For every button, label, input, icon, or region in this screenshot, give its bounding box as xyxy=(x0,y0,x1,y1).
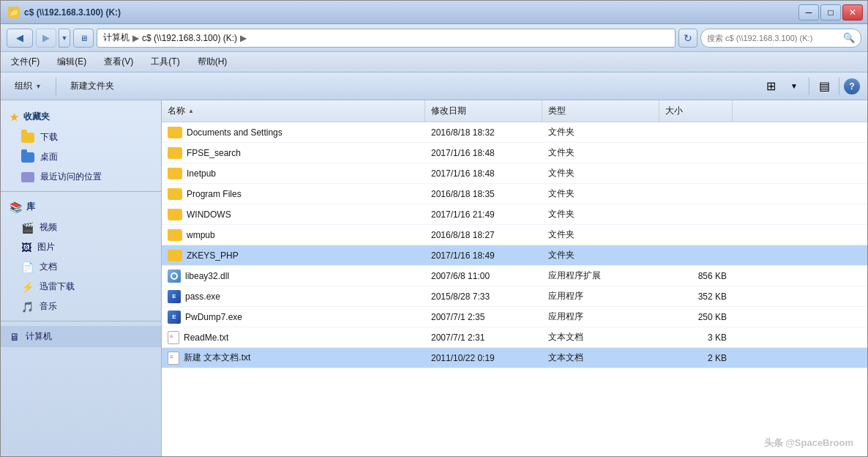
computer-label: 计算机 xyxy=(26,330,52,343)
preview-pane-button[interactable]: ▤ xyxy=(814,77,834,96)
file-name-cell: wmpub xyxy=(162,229,425,241)
path-sep-2: ▶ xyxy=(240,33,247,43)
videos-label: 视频 xyxy=(40,221,57,234)
sidebar-divider-2 xyxy=(1,321,161,322)
view-options-button[interactable]: ⊞ xyxy=(760,77,781,96)
sidebar-item-computer[interactable]: 🖥 计算机 xyxy=(1,326,161,347)
file-name-cell: ReadMe.txt xyxy=(162,331,425,344)
address-path[interactable]: 计算机 ▶ c$ (\\192.168.3.100) (K:) ▶ xyxy=(97,29,676,48)
recent-label: 最近访问的位置 xyxy=(40,171,102,183)
file-size-cell: 3 KB xyxy=(659,332,733,343)
sidebar: ★ 收藏夹 下载 桌面 最近访问的位置 📚 xyxy=(1,100,162,456)
new-folder-button[interactable]: 新建文件夹 xyxy=(64,76,121,96)
file-type-cell: 文件夹 xyxy=(542,167,659,179)
file-date-cell: 2007/7/1 2:35 xyxy=(425,312,542,322)
sidebar-item-desktop[interactable]: 桌面 xyxy=(1,147,161,167)
minimize-button[interactable]: ─ xyxy=(798,4,819,21)
col-name-label: 名称 xyxy=(168,105,185,117)
sidebar-item-pictures[interactable]: 🖼 图片 xyxy=(1,237,161,257)
col-header-date[interactable]: 修改日期 xyxy=(425,100,542,122)
music-icon: 🎵 xyxy=(21,301,34,313)
documents-icon: 📄 xyxy=(21,261,34,273)
sidebar-item-recent[interactable]: 最近访问的位置 xyxy=(1,167,161,187)
toolbar-sep-2 xyxy=(809,78,809,95)
file-name: ZKEYS_PHP xyxy=(187,250,239,261)
back-button[interactable]: ◀ xyxy=(7,29,33,48)
table-row[interactable]: ZKEYS_PHP 2017/1/16 18:49 文件夹 xyxy=(162,245,867,266)
file-size-cell: 2 KB xyxy=(659,353,733,363)
table-row[interactable]: Program Files 2016/8/18 18:35 文件夹 xyxy=(162,184,867,204)
pictures-icon: 🖼 xyxy=(21,242,31,253)
table-row[interactable]: WINDOWS 2017/1/16 21:49 文件夹 xyxy=(162,204,867,225)
nav-dropdown-button[interactable]: ▼ xyxy=(59,29,70,48)
file-name: pass.exe xyxy=(185,291,220,302)
close-button[interactable]: ✕ xyxy=(842,4,863,21)
up-button[interactable]: 🖥 xyxy=(73,29,94,48)
table-row[interactable]: wmpub 2016/8/18 18:27 文件夹 xyxy=(162,225,867,245)
refresh-button[interactable]: ↻ xyxy=(678,29,697,48)
search-bar: 🔍 xyxy=(700,29,861,48)
file-name-cell: Program Files xyxy=(162,188,425,200)
file-rows-container: Documents and Settings 2016/8/18 18:32 文… xyxy=(162,122,867,368)
computer-icon: 🖥 xyxy=(10,331,20,343)
table-row[interactable]: 新建 文本文档.txt 2011/10/22 0:19 文本文档 2 KB xyxy=(162,348,867,368)
table-row[interactable]: FPSE_search 2017/1/16 18:48 文件夹 xyxy=(162,143,867,163)
folder-icon xyxy=(168,147,182,159)
file-name: FPSE_search xyxy=(187,148,241,158)
menu-view[interactable]: 查看(V) xyxy=(101,54,136,70)
col-header-type[interactable]: 类型 xyxy=(542,100,659,122)
table-row[interactable]: Inetpub 2017/1/16 18:48 文件夹 xyxy=(162,163,867,184)
file-type-cell: 应用程序 xyxy=(542,311,659,323)
menu-edit[interactable]: 编辑(E) xyxy=(54,54,89,70)
favorites-header[interactable]: ★ 收藏夹 xyxy=(1,106,161,127)
menu-file[interactable]: 文件(F) xyxy=(8,54,42,70)
window-title: c$ (\\192.168.3.100) (K:) xyxy=(24,7,121,18)
organize-button[interactable]: 组织 ▼ xyxy=(8,76,48,96)
file-date-cell: 2017/1/16 18:49 xyxy=(425,250,542,261)
menu-help[interactable]: 帮助(H) xyxy=(195,54,231,70)
col-header-name[interactable]: 名称 ▲ xyxy=(162,100,425,122)
sidebar-item-videos[interactable]: 🎬 视频 xyxy=(1,218,161,237)
col-header-size[interactable]: 大小 xyxy=(659,100,733,122)
toolbar-sep-3 xyxy=(839,78,839,95)
folder-icon xyxy=(168,209,182,220)
file-date-cell: 2007/6/8 11:00 xyxy=(425,271,542,281)
maximize-button[interactable]: □ xyxy=(820,4,841,21)
downloads-folder-icon xyxy=(21,133,34,143)
sidebar-item-documents[interactable]: 📄 文档 xyxy=(1,257,161,277)
table-row[interactable]: Documents and Settings 2016/8/18 18:32 文… xyxy=(162,122,867,143)
sidebar-item-downloads[interactable]: 下载 xyxy=(1,127,161,147)
file-date-cell: 2016/8/18 18:32 xyxy=(425,127,542,138)
file-name: Inetpub xyxy=(187,168,216,179)
view-dropdown-button[interactable]: ▼ xyxy=(784,77,804,96)
file-name: libeay32.dll xyxy=(185,271,229,281)
table-row[interactable]: libeay32.dll 2007/6/8 11:00 应用程序扩展 856 K… xyxy=(162,266,867,286)
downloads-label: 下载 xyxy=(40,131,58,144)
search-input[interactable] xyxy=(707,34,840,42)
file-size-cell: 856 KB xyxy=(659,271,733,281)
file-name-cell: Documents and Settings xyxy=(162,127,425,138)
toolbar: 组织 ▼ 新建文件夹 ⊞ ▼ ▤ ? xyxy=(1,73,867,100)
title-bar: 📁 c$ (\\192.168.3.100) (K:) ─ □ ✕ xyxy=(1,1,867,24)
table-row[interactable]: ReadMe.txt 2007/7/1 2:31 文本文档 3 KB xyxy=(162,327,867,348)
library-header[interactable]: 📚 库 xyxy=(1,196,161,218)
thunder-label: 迅雷下载 xyxy=(40,280,75,293)
file-name-cell: Inetpub xyxy=(162,168,425,179)
file-name: Program Files xyxy=(187,189,242,199)
sidebar-item-thunder[interactable]: ⚡ 迅雷下载 xyxy=(1,277,161,297)
forward-button[interactable]: ▶ xyxy=(36,29,56,48)
folder-icon xyxy=(168,127,182,138)
table-row[interactable]: E pass.exe 2015/8/28 7:33 应用程序 352 KB xyxy=(162,286,867,307)
file-name: PwDump7.exe xyxy=(185,312,242,322)
menu-tools[interactable]: 工具(T) xyxy=(148,54,182,70)
file-name: ReadMe.txt xyxy=(184,332,228,343)
file-size-cell: 250 KB xyxy=(659,312,733,322)
exe-icon: E xyxy=(168,290,181,303)
file-type-cell: 文件夹 xyxy=(542,126,659,138)
file-name-cell: ZKEYS_PHP xyxy=(162,250,425,261)
window-icon: 📁 xyxy=(8,7,20,18)
organize-arrow: ▼ xyxy=(35,83,42,90)
help-button[interactable]: ? xyxy=(844,78,860,94)
sidebar-item-music[interactable]: 🎵 音乐 xyxy=(1,297,161,316)
table-row[interactable]: E PwDump7.exe 2007/7/1 2:35 应用程序 250 KB xyxy=(162,307,867,327)
